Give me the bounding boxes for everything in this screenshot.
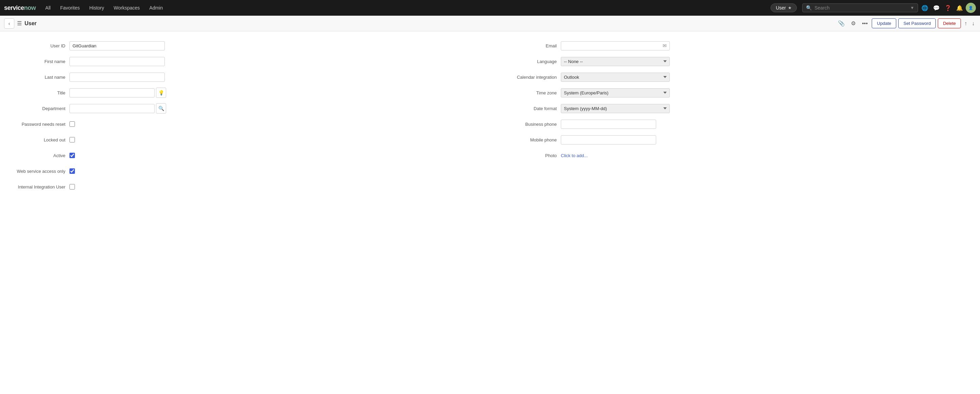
web-service-row: Web service access only [8, 165, 472, 177]
set-password-button-top[interactable]: Set Password [898, 18, 936, 28]
hamburger-menu-icon[interactable]: ☰ [17, 20, 22, 27]
active-checkbox[interactable] [70, 153, 75, 158]
more-options-icon-button[interactable]: ••• [860, 19, 870, 28]
internal-integration-row: Internal Integration User [8, 181, 472, 193]
last-name-label: Last name [8, 75, 70, 80]
photo-row: Photo Click to add... [500, 149, 964, 161]
language-label: Language [500, 59, 561, 64]
chat-icon-button[interactable]: 💬 [931, 2, 942, 13]
locked-out-label: Locked out [8, 137, 70, 142]
subheader-actions: 📎 ⚙ ••• Update Set Password Delete ↑ ↓ [836, 18, 976, 28]
email-input-wrap: ✉ [561, 41, 670, 51]
mobile-phone-input[interactable] [561, 135, 656, 145]
favorite-star-icon: ★ [788, 5, 792, 10]
business-phone-row: Business phone [500, 118, 964, 130]
password-reset-checkbox[interactable] [70, 121, 75, 127]
email-label: Email [500, 43, 561, 48]
user-pill[interactable]: User ★ [771, 3, 797, 12]
form-left-section: User ID First name Last name Title 💡 [8, 40, 472, 196]
delete-button-top[interactable]: Delete [938, 18, 961, 28]
mobile-phone-label: Mobile phone [500, 137, 561, 142]
active-label: Active [8, 153, 70, 158]
timezone-select[interactable]: System (Europe/Paris) UTC US/Eastern US/… [561, 88, 670, 97]
photo-label: Photo [500, 153, 561, 158]
first-name-label: First name [8, 59, 70, 64]
internal-integration-checkbox-wrap [70, 184, 75, 190]
department-label: Department [8, 106, 70, 111]
settings-icon-button[interactable]: ⚙ [849, 19, 858, 28]
title-input[interactable] [70, 88, 154, 97]
nav-workspaces[interactable]: Workspaces [110, 3, 144, 13]
mobile-phone-row: Mobile phone [500, 134, 964, 146]
attachment-icon-button[interactable]: 📎 [836, 19, 847, 28]
page-title: User [24, 21, 833, 27]
locked-out-row: Locked out [8, 134, 472, 146]
title-input-group: 💡 [70, 88, 166, 98]
back-button[interactable]: ‹ [4, 18, 14, 29]
active-checkbox-wrap [70, 153, 75, 158]
nav-favorites[interactable]: Favorites [56, 3, 84, 13]
department-row: Department 🔍 [8, 102, 472, 115]
web-service-label: Web service access only [8, 169, 70, 174]
avatar-initial: 👤 [966, 3, 976, 13]
language-select[interactable]: -- None -- English French Spanish German [561, 57, 670, 66]
web-service-checkbox[interactable] [70, 168, 75, 174]
date-format-label: Date format [500, 106, 561, 111]
nav-admin[interactable]: Admin [145, 3, 167, 13]
last-name-row: Last name [8, 71, 472, 83]
email-input[interactable] [561, 41, 660, 50]
logo[interactable]: servicenow [4, 5, 36, 11]
search-input[interactable] [815, 5, 907, 11]
title-lookup-button[interactable]: 💡 [156, 88, 166, 98]
user-avatar[interactable]: 👤 [966, 3, 976, 13]
back-arrow-icon: ‹ [8, 21, 10, 26]
envelope-icon[interactable]: ✉ [660, 43, 670, 48]
logo-text: servicenow [4, 5, 36, 11]
scroll-up-button[interactable]: ↑ [963, 19, 969, 28]
calendar-select[interactable]: Outlook Google None [561, 73, 670, 82]
search-bar: 🔍 ▼ [802, 3, 918, 12]
web-service-checkbox-wrap [70, 168, 75, 174]
user-label: User [776, 5, 786, 11]
scroll-down-button[interactable]: ↓ [970, 19, 976, 28]
photo-add-link[interactable]: Click to add... [561, 153, 588, 158]
date-format-select[interactable]: System (yyyy-MM-dd) MM/dd/yyyy dd/MM/yyy… [561, 104, 670, 113]
main-content: User ID First name Last name Title 💡 [0, 31, 980, 394]
nav-icons: 🌐 💬 ❓ 🔔 👤 [920, 2, 976, 13]
timezone-row: Time zone System (Europe/Paris) UTC US/E… [500, 86, 964, 99]
internal-integration-checkbox[interactable] [70, 184, 75, 190]
globe-icon-button[interactable]: 🌐 [920, 2, 930, 13]
department-search-button[interactable]: 🔍 [156, 103, 166, 113]
search-icon: 🔍 [806, 5, 812, 11]
first-name-input[interactable] [70, 57, 165, 66]
top-navigation: servicenow All Favorites History Workspa… [0, 0, 980, 16]
first-name-row: First name [8, 55, 472, 67]
active-row: Active [8, 149, 472, 161]
email-row: Email ✉ [500, 40, 964, 52]
user-id-input[interactable] [70, 41, 165, 51]
nav-all[interactable]: All [41, 3, 55, 13]
bell-icon-button[interactable]: 🔔 [954, 2, 965, 13]
calendar-row: Calendar integration Outlook Google None [500, 71, 964, 83]
timezone-label: Time zone [500, 90, 561, 96]
user-id-label: User ID [8, 43, 70, 48]
search-dropdown-button[interactable]: ▼ [910, 5, 914, 10]
language-row: Language -- None -- English French Spani… [500, 55, 964, 67]
nav-history[interactable]: History [85, 3, 108, 13]
lightbulb-icon: 💡 [158, 90, 164, 96]
locked-out-checkbox[interactable] [70, 137, 75, 142]
title-label: Title [8, 90, 70, 96]
subheader: ‹ ☰ User 📎 ⚙ ••• Update Set Password Del… [0, 16, 980, 31]
department-input-group: 🔍 [70, 103, 166, 113]
business-phone-input[interactable] [561, 120, 656, 129]
calendar-label: Calendar integration [500, 75, 561, 80]
nav-links: All Favorites History Workspaces Admin [41, 3, 771, 13]
date-format-row: Date format System (yyyy-MM-dd) MM/dd/yy… [500, 102, 964, 115]
department-input[interactable] [70, 104, 154, 113]
password-reset-label: Password needs reset [8, 122, 70, 127]
update-button-top[interactable]: Update [872, 18, 896, 28]
password-reset-row: Password needs reset [8, 118, 472, 130]
help-icon-button[interactable]: ❓ [943, 2, 953, 13]
business-phone-label: Business phone [500, 122, 561, 127]
last-name-input[interactable] [70, 73, 165, 82]
